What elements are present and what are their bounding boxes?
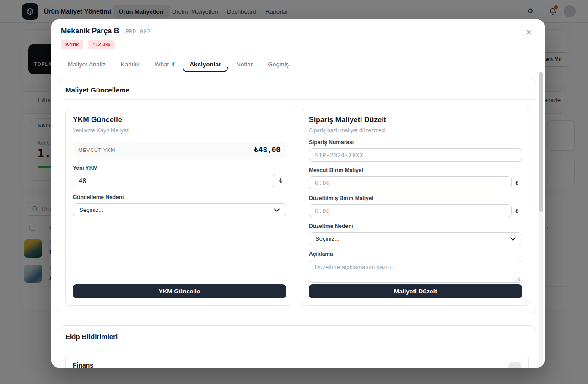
order-no-input[interactable] bbox=[309, 148, 522, 162]
section-title: Ekip Bildirimleri bbox=[65, 326, 529, 346]
modal-content: Maliyet Güncelleme YKM Güncelle Yenileme… bbox=[51, 72, 545, 368]
section-title: Maliyet Güncelleme bbox=[65, 79, 529, 99]
ykm-update-button[interactable]: YKM Güncelle bbox=[73, 284, 286, 298]
section-ekip-bildirimleri: Ekip Bildirimleri Finans bbox=[58, 325, 536, 368]
currency-symbol: ₺ bbox=[515, 180, 518, 186]
close-icon[interactable]: × bbox=[524, 26, 534, 39]
order-no-label: Sipariş Numarası bbox=[309, 139, 522, 146]
correction-reason-select[interactable]: Seçiniz... bbox=[309, 232, 522, 245]
card-subtitle: Yenileme Kayıt Maliyeti bbox=[73, 127, 286, 134]
description-textarea[interactable] bbox=[309, 260, 522, 283]
new-ykm-input[interactable] bbox=[73, 174, 275, 187]
product-detail-modal: Mekanik Parça B PRD-002 Kritik ↑12.3% × … bbox=[51, 19, 545, 368]
current-unit-cost-input[interactable] bbox=[309, 176, 512, 189]
current-ykm-value: ₺48,00 bbox=[254, 146, 281, 154]
update-reason-label: Güncelleme Nedeni bbox=[73, 194, 286, 200]
currency-symbol: ₺ bbox=[515, 208, 518, 214]
correct-cost-button[interactable]: Maliyeti Düzelt bbox=[309, 284, 522, 298]
new-ykm-label: Yeni YKM bbox=[73, 165, 286, 171]
team-notify-card: Finans bbox=[65, 355, 529, 368]
current-ykm-label: MEVCUT YKM bbox=[78, 147, 115, 153]
order-cost-card: Sipariş Maliyeti Düzelt Sipariş bazlı ma… bbox=[302, 108, 529, 306]
select-value: Seçiniz... bbox=[79, 206, 103, 213]
tab-gecmis[interactable]: Geçmiş bbox=[268, 56, 289, 72]
update-reason-select[interactable]: Seçiniz... bbox=[73, 203, 286, 216]
card-title: YKM Güncelle bbox=[73, 116, 286, 124]
section-maliyet-guncelleme: Maliyet Güncelleme YKM Güncelle Yenileme… bbox=[58, 79, 536, 314]
corrected-unit-cost-input[interactable] bbox=[309, 204, 512, 217]
corrected-unit-cost-label: Düzeltilmiş Birim Maliyet bbox=[309, 195, 522, 201]
select-value: Seçiniz... bbox=[315, 235, 340, 242]
modal-title: Mekanik Parça B bbox=[61, 27, 119, 35]
tab-maliyet-analiz[interactable]: Maliyet Analiz bbox=[68, 56, 106, 72]
chevron-down-icon bbox=[510, 237, 516, 241]
chevron-down-icon bbox=[274, 208, 280, 212]
tab-notlar[interactable]: Notlar bbox=[236, 56, 253, 72]
resize-grip-icon[interactable] bbox=[517, 277, 521, 281]
modal-tabs: Maliyet Analiz Karlılık What-If Aksiyonl… bbox=[51, 56, 545, 72]
card-subtitle: Sipariş bazlı maliyet düzeltmesi bbox=[309, 127, 522, 134]
modal-header: Mekanik Parça B PRD-002 Kritik ↑12.3% × bbox=[51, 19, 545, 56]
modal-scrollbar-thumb[interactable] bbox=[539, 72, 543, 212]
team-name: Finans bbox=[73, 362, 521, 368]
tab-karlilik[interactable]: Karlılık bbox=[121, 56, 140, 72]
description-label: Açıklama bbox=[309, 251, 522, 257]
ykm-update-card: YKM Güncelle Yenileme Kayıt Maliyeti MEV… bbox=[65, 108, 293, 306]
tab-what-if[interactable]: What-If bbox=[155, 56, 175, 72]
divider bbox=[65, 346, 536, 346]
change-badge: ↑12.3% bbox=[88, 40, 114, 49]
card-title: Sipariş Maliyeti Düzelt bbox=[309, 116, 522, 124]
divider bbox=[65, 99, 536, 100]
status-badge: Kritik bbox=[61, 40, 83, 49]
product-code: PRD-002 bbox=[125, 28, 151, 35]
notify-toggle[interactable] bbox=[508, 362, 521, 368]
current-unit-cost-label: Mevcut Birim Maliyet bbox=[309, 167, 522, 173]
current-ykm-row: MEVCUT YKM ₺48,00 bbox=[73, 142, 286, 158]
tab-aksiyonlar[interactable]: Aksiyonlar bbox=[189, 56, 221, 72]
currency-symbol: ₺ bbox=[279, 178, 282, 184]
correction-reason-label: Düzeltme Nedeni bbox=[309, 223, 522, 229]
